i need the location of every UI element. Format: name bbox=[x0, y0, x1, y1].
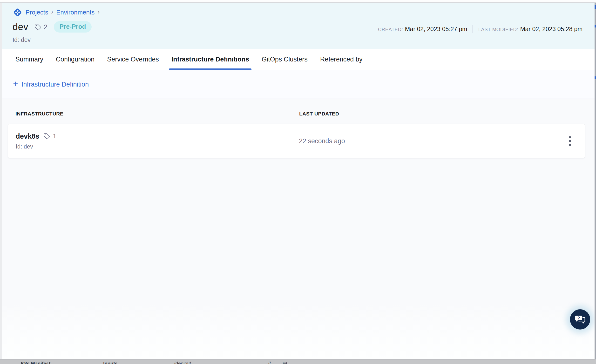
column-header-last-updated: LAST UPDATED bbox=[299, 111, 584, 117]
window-top-edge bbox=[0, 0, 596, 3]
table-header-row: INFRASTRUCTURE LAST UPDATED bbox=[2, 111, 595, 117]
window-left-edge bbox=[0, 3, 2, 359]
chat-question-icon: ? bbox=[574, 314, 586, 325]
environment-dates: CREATED:Mar 02, 2023 05:27 pm LAST MODIF… bbox=[378, 25, 582, 33]
help-resource-center-button[interactable]: ? bbox=[570, 309, 590, 329]
breadcrumb: Projects › Environments › bbox=[13, 7, 584, 17]
breadcrumb-chevron-icon: › bbox=[97, 8, 100, 16]
add-infrastructure-definition-button[interactable]: + Infrastructure Definition bbox=[13, 81, 89, 88]
infrastructure-last-updated: 22 seconds ago bbox=[299, 137, 562, 145]
breadcrumb-environments-link[interactable]: Environments bbox=[56, 9, 95, 16]
page-title: dev bbox=[13, 22, 28, 32]
environment-id: Id: dev bbox=[13, 36, 584, 43]
last-modified-value: Mar 02, 2023 05:28 pm bbox=[520, 26, 583, 32]
background-window-bottom-strip: K8s Manifest Inputs /deploy/ // ▤ bbox=[0, 359, 596, 364]
environment-header: Projects › Environments › dev 2 Pre-Prod… bbox=[2, 3, 595, 49]
infrastructure-name: devk8s bbox=[16, 132, 39, 140]
tab-service-overrides[interactable]: Service Overrides bbox=[107, 49, 159, 70]
infrastructure-toolbar: + Infrastructure Definition bbox=[2, 70, 595, 99]
last-modified-date: LAST MODIFIED:Mar 02, 2023 05:28 pm bbox=[478, 26, 582, 33]
background-strip-label: // bbox=[268, 360, 271, 364]
row-options-menu-button[interactable] bbox=[563, 134, 577, 148]
infrastructure-row-devk8s[interactable]: devk8s 1 Id: dev 22 seconds ago bbox=[8, 124, 585, 158]
infrastructure-id: Id: dev bbox=[16, 143, 299, 150]
tab-gitops-clusters[interactable]: GitOps Clusters bbox=[261, 49, 308, 70]
background-strip-label: K8s Manifest bbox=[21, 360, 50, 364]
environment-tabbar: Summary Configuration Service Overrides … bbox=[2, 49, 595, 70]
column-header-infrastructure: INFRASTRUCTURE bbox=[15, 111, 299, 117]
tab-summary[interactable]: Summary bbox=[15, 49, 43, 70]
add-infrastructure-definition-label: Infrastructure Definition bbox=[22, 81, 89, 88]
last-modified-label: LAST MODIFIED: bbox=[478, 27, 518, 32]
tag-icon bbox=[34, 23, 42, 31]
svg-text:?: ? bbox=[577, 316, 580, 320]
tab-referenced-by[interactable]: Referenced by bbox=[320, 49, 363, 70]
environment-type-badge: Pre-Prod bbox=[54, 21, 92, 33]
breadcrumb-chevron-icon: › bbox=[51, 8, 53, 16]
infrastructure-definitions-panel: INFRASTRUCTURE LAST UPDATED devk8s 1 Id:… bbox=[2, 99, 595, 359]
background-strip-label: /deploy/ bbox=[174, 360, 191, 364]
created-label: CREATED: bbox=[378, 27, 403, 32]
dates-divider bbox=[473, 25, 473, 33]
tag-icon bbox=[43, 133, 50, 140]
environment-tags[interactable]: 2 bbox=[34, 23, 47, 31]
infrastructure-name-cell: devk8s 1 Id: dev bbox=[16, 132, 299, 150]
created-value: Mar 02, 2023 05:27 pm bbox=[405, 26, 467, 32]
created-date: CREATED:Mar 02, 2023 05:27 pm bbox=[378, 26, 467, 33]
window-right-edge bbox=[595, 3, 596, 359]
tab-configuration[interactable]: Configuration bbox=[56, 49, 95, 70]
three-dots-icon bbox=[569, 136, 571, 138]
infrastructure-tag-count: 1 bbox=[53, 133, 56, 140]
plus-icon: + bbox=[13, 80, 18, 88]
background-strip-label: Inputs bbox=[103, 360, 118, 364]
tab-infrastructure-definitions[interactable]: Infrastructure Definitions bbox=[171, 49, 249, 70]
background-strip-icon: ▤ bbox=[283, 360, 287, 364]
breadcrumb-projects-link[interactable]: Projects bbox=[26, 9, 48, 16]
environment-tag-count: 2 bbox=[44, 23, 47, 31]
background-window-sliver bbox=[595, 5, 596, 9]
environment-details-page: Projects › Environments › dev 2 Pre-Prod… bbox=[2, 3, 595, 359]
projects-grid-icon bbox=[13, 7, 23, 17]
